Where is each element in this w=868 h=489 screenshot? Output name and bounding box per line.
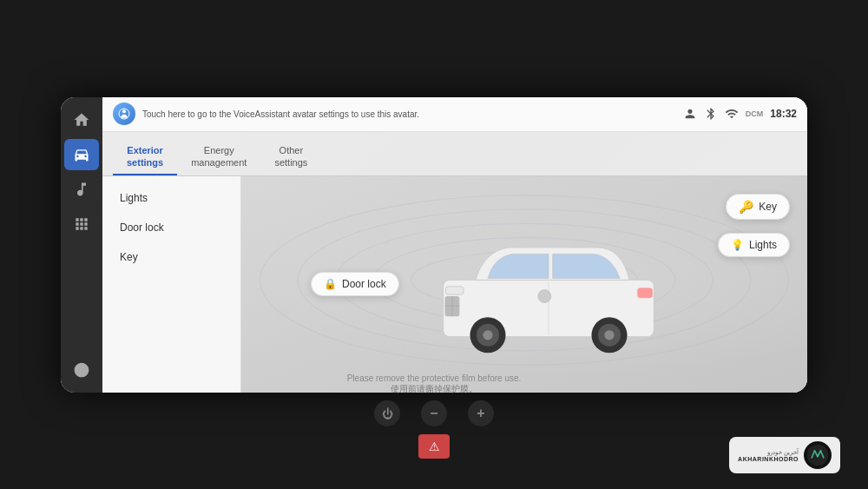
wifi-icon [725, 107, 739, 121]
person-icon [683, 107, 697, 121]
minus-button[interactable]: − [421, 400, 447, 426]
status-icons: DCM 18:32 [683, 107, 797, 121]
bluetooth-icon [704, 107, 718, 121]
time-display: 18:32 [770, 108, 797, 120]
menu-item-lights[interactable]: Lights [102, 183, 240, 213]
signal-text: DCM [746, 109, 764, 118]
header-bar: Touch here to go to the VoiceAssistant a… [102, 97, 807, 132]
svg-point-19 [538, 290, 551, 303]
doorlock-button[interactable]: 🔒 Door lock [311, 272, 399, 296]
svg-point-10 [483, 330, 492, 340]
power-button[interactable]: ⏻ [374, 400, 400, 426]
infotainment-screen: Touch here to go to the VoiceAssistant a… [61, 97, 807, 393]
notice-line1: Please remove the protective film before… [347, 373, 522, 383]
lights-label: Lights [749, 239, 777, 251]
sidebar-item-apps[interactable] [64, 208, 99, 240]
menu-item-door-lock[interactable]: Door lock [102, 213, 240, 242]
brand-text-block: آخرین خودرو AKHARINKHODRO [738, 449, 799, 462]
car-image [427, 215, 670, 354]
main-content: Exterior settings Energy management Othe… [102, 132, 807, 393]
svg-point-1 [122, 109, 126, 113]
physical-controls: ⏻ − + [374, 400, 494, 426]
sidebar-item-music[interactable] [64, 174, 99, 205]
key-button[interactable]: 🔑 Key [726, 194, 790, 220]
doorlock-icon: 🔒 [324, 278, 337, 290]
menu-item-key[interactable]: Key [102, 242, 240, 272]
key-icon: 🔑 [739, 200, 753, 214]
sidebar [61, 97, 102, 393]
settings-menu: Lights Door lock Key [102, 176, 241, 392]
notice-line2: 使用前请撕掉保护膜。 [347, 383, 522, 395]
sidebar-item-climate[interactable] [64, 354, 99, 386]
svg-rect-20 [638, 288, 653, 298]
brand-latin: AKHARINKHODRO [738, 456, 799, 462]
car-area: .wave { fill: none; stroke: rgba(180,180… [241, 176, 807, 392]
content-panel: Lights Door lock Key .wave { fill: none;… [102, 176, 807, 392]
hazard-area: ⚠ [418, 434, 450, 459]
hazard-button[interactable]: ⚠ [418, 434, 450, 459]
doorlock-label: Door lock [342, 278, 386, 290]
plus-button[interactable]: + [468, 400, 494, 426]
tab-other-settings[interactable]: Other settings [260, 139, 321, 176]
brand-watermark: آخرین خودرو AKHARINKHODRO [729, 437, 840, 473]
tab-energy-management[interactable]: Energy management [177, 139, 260, 176]
brand-logo-circle [804, 441, 832, 469]
lights-icon: 💡 [731, 239, 744, 251]
brand-logo-icon [806, 443, 830, 467]
sidebar-item-car[interactable] [64, 139, 99, 170]
svg-point-13 [604, 330, 614, 340]
voice-assistant-text: Touch here to go to the VoiceAssistant a… [142, 109, 676, 119]
svg-rect-17 [445, 287, 464, 294]
brand-persian: آخرین خودرو [738, 449, 799, 456]
tab-exterior-settings[interactable]: Exterior settings [113, 139, 177, 176]
sidebar-item-home[interactable] [64, 104, 99, 135]
tab-bar: Exterior settings Energy management Othe… [102, 132, 807, 177]
lights-button[interactable]: 💡 Lights [718, 233, 790, 257]
protective-film-notice: Please remove the protective film before… [347, 373, 522, 395]
voice-assistant-avatar[interactable] [113, 102, 135, 125]
key-label: Key [759, 201, 777, 213]
